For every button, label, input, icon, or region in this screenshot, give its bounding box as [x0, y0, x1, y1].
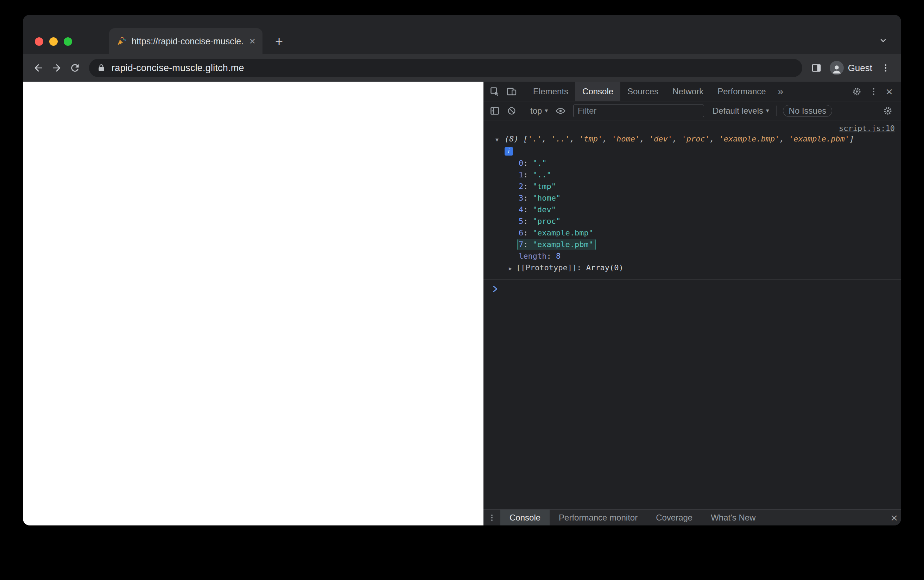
- expand-triangle-icon[interactable]: ▼: [495, 137, 505, 143]
- device-toolbar-button[interactable]: [503, 84, 520, 99]
- length-label: length: [519, 252, 546, 260]
- drawer-tab-what-s-new[interactable]: What's New: [702, 510, 765, 526]
- window-content: ElementsConsoleSourcesNetworkPerformance…: [23, 82, 901, 526]
- profile-button[interactable]: Guest: [825, 61, 876, 75]
- reload-button[interactable]: [66, 59, 84, 76]
- console-log-entry: script.js:10 ▼ (8) ['.', '..', 'tmp', 'h…: [483, 120, 901, 280]
- inspect-element-button[interactable]: [486, 84, 503, 99]
- devtools-close-button[interactable]: ×: [882, 86, 896, 97]
- prototype-value: Array(0): [586, 263, 623, 272]
- array-entry-7[interactable]: 7: "example.pbm": [519, 239, 896, 250]
- drawer-close-button[interactable]: ×: [887, 512, 901, 524]
- tab-close-icon[interactable]: ×: [249, 36, 255, 46]
- context-selector[interactable]: top ▾: [526, 106, 552, 116]
- chevron-down-icon: ▾: [766, 107, 769, 114]
- array-count: (8): [505, 134, 519, 143]
- window-minimize-button[interactable]: [49, 37, 58, 46]
- array-length-row: length: 8: [519, 250, 896, 262]
- browser-window: https://rapid-concise-muscle.g × + rapid…: [23, 15, 901, 526]
- party-popper-favicon-icon: [116, 36, 127, 46]
- drawer-tab-coverage[interactable]: Coverage: [647, 510, 702, 526]
- array-entry-4[interactable]: 4: "dev": [519, 204, 896, 215]
- browser-tab[interactable]: https://rapid-concise-muscle.g ×: [109, 28, 263, 54]
- window-close-button[interactable]: [35, 37, 43, 46]
- context-selector-value: top: [530, 106, 542, 116]
- console-sidebar-button[interactable]: [486, 103, 503, 119]
- devtools-drawer: ConsolePerformance monitorCoverageWhat's…: [483, 509, 901, 526]
- devtools-menu-kebab-icon[interactable]: [865, 84, 882, 99]
- info-line: i: [505, 146, 896, 155]
- back-button[interactable]: [30, 59, 47, 76]
- console-toolbar: top ▾ Default levels ▾ No Issues: [483, 101, 901, 120]
- array-preview[interactable]: ▼ (8) ['.', '..', 'tmp', 'home', 'dev', …: [495, 134, 896, 143]
- devtools-tab-performance[interactable]: Performance: [710, 82, 773, 101]
- prototype-label: [[Prototype]]:: [516, 263, 581, 272]
- console-prompt[interactable]: [483, 280, 901, 292]
- devtools-tab-network[interactable]: Network: [665, 82, 710, 101]
- browser-toolbar: rapid-concise-muscle.glitch.me Guest: [23, 54, 901, 82]
- side-panel-button[interactable]: [808, 59, 825, 76]
- window-controls: [35, 37, 72, 46]
- array-preview-items: ['.', '..', 'tmp', 'home', 'dev', 'proc'…: [523, 134, 854, 143]
- drawer-tab-console[interactable]: Console: [500, 510, 550, 526]
- array-entry-2[interactable]: 2: "tmp": [519, 181, 896, 192]
- devtools-panel: ElementsConsoleSourcesNetworkPerformance…: [483, 82, 901, 526]
- url-text: rapid-concise-muscle.glitch.me: [112, 63, 244, 74]
- array-entry-0[interactable]: 0: ".": [519, 157, 896, 169]
- devtools-settings-gear-icon[interactable]: [848, 84, 865, 99]
- live-expression-eye-icon[interactable]: [552, 103, 569, 119]
- array-entries: 0: "."1: ".."2: "tmp"3: "home"4: "dev"5:…: [483, 157, 896, 250]
- array-entry-6[interactable]: 6: "example.bmp": [519, 227, 896, 239]
- browser-menu-button[interactable]: [877, 59, 894, 76]
- drawer-menu-kebab-icon[interactable]: [483, 514, 500, 522]
- page-viewport: [23, 82, 483, 526]
- new-tab-button[interactable]: +: [271, 33, 287, 49]
- forward-button[interactable]: [48, 59, 65, 76]
- lock-icon[interactable]: [97, 63, 106, 72]
- tab-strip: https://rapid-concise-muscle.g × +: [23, 15, 901, 54]
- prototype-row[interactable]: ▶[[Prototype]]: Array(0): [509, 262, 896, 275]
- tab-title: https://rapid-concise-muscle.g: [132, 36, 244, 46]
- collapsed-triangle-icon[interactable]: ▶: [509, 265, 512, 272]
- more-tabs-button[interactable]: »: [773, 86, 789, 97]
- devtools-panel-tabs: ElementsConsoleSourcesNetworkPerformance: [526, 82, 773, 101]
- address-bar[interactable]: rapid-concise-muscle.glitch.me: [89, 59, 802, 77]
- console-messages: script.js:10 ▼ (8) ['.', '..', 'tmp', 'h…: [483, 120, 901, 509]
- issues-counter[interactable]: No Issues: [783, 105, 832, 117]
- array-entry-3[interactable]: 3: "home": [519, 192, 896, 204]
- array-entry-1[interactable]: 1: "..": [519, 169, 896, 181]
- log-levels-selector[interactable]: Default levels ▾: [708, 106, 773, 116]
- divider: [523, 86, 523, 97]
- devtools-tabbar: ElementsConsoleSourcesNetworkPerformance…: [483, 82, 901, 101]
- prompt-chevron-icon: [492, 285, 499, 292]
- array-entry-5[interactable]: 5: "proc": [519, 215, 896, 227]
- avatar-icon: [830, 61, 844, 75]
- chevron-down-icon: ▾: [545, 107, 548, 114]
- devtools-tab-elements[interactable]: Elements: [526, 82, 575, 101]
- length-value: 8: [556, 252, 561, 260]
- window-zoom-button[interactable]: [64, 37, 72, 46]
- clear-console-button[interactable]: [503, 103, 520, 119]
- console-settings-gear-icon[interactable]: [879, 103, 896, 119]
- devtools-tab-console[interactable]: Console: [575, 82, 620, 101]
- info-icon: i: [505, 147, 513, 156]
- drawer-tab-performance-monitor[interactable]: Performance monitor: [550, 510, 647, 526]
- devtools-tab-sources[interactable]: Sources: [620, 82, 665, 101]
- drawer-tabs: ConsolePerformance monitorCoverageWhat's…: [500, 510, 765, 526]
- divider: [523, 105, 523, 116]
- tab-search-chevron-icon[interactable]: [878, 35, 888, 46]
- console-filter-input[interactable]: [573, 104, 704, 117]
- log-levels-value: Default levels: [712, 106, 763, 116]
- profile-name: Guest: [848, 63, 872, 74]
- source-location-link[interactable]: script.js:10: [839, 124, 895, 133]
